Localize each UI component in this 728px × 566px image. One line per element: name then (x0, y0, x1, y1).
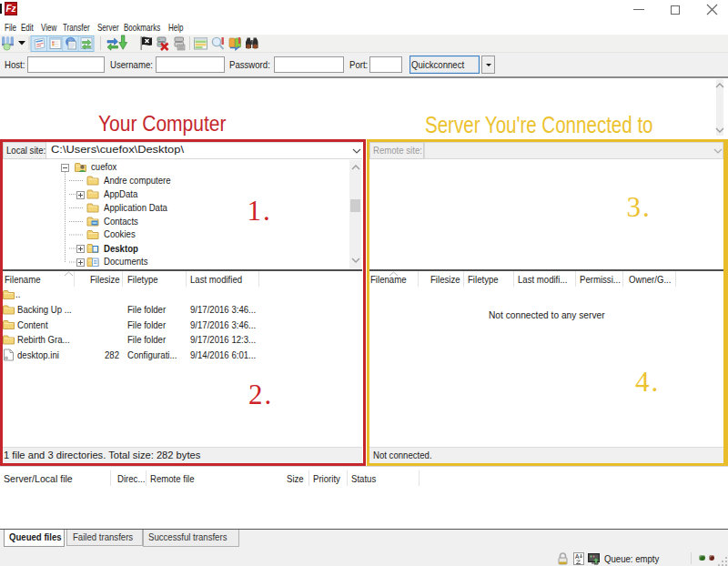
svg-text:A: A (575, 553, 580, 560)
